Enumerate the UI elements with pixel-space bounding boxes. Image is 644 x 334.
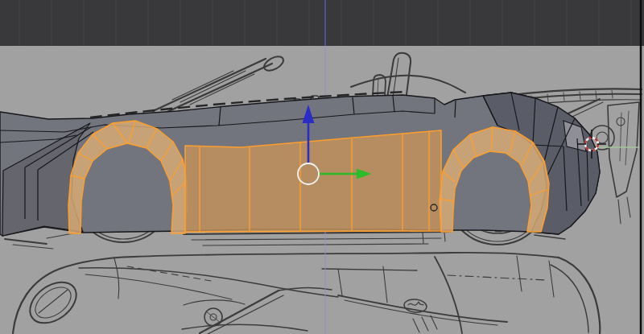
blender-3d-viewport[interactable] — [0, 0, 644, 334]
header-band — [0, 0, 644, 46]
viewport-canvas[interactable] — [0, 0, 644, 334]
viewport-empty-region[interactable] — [0, 0, 644, 46]
